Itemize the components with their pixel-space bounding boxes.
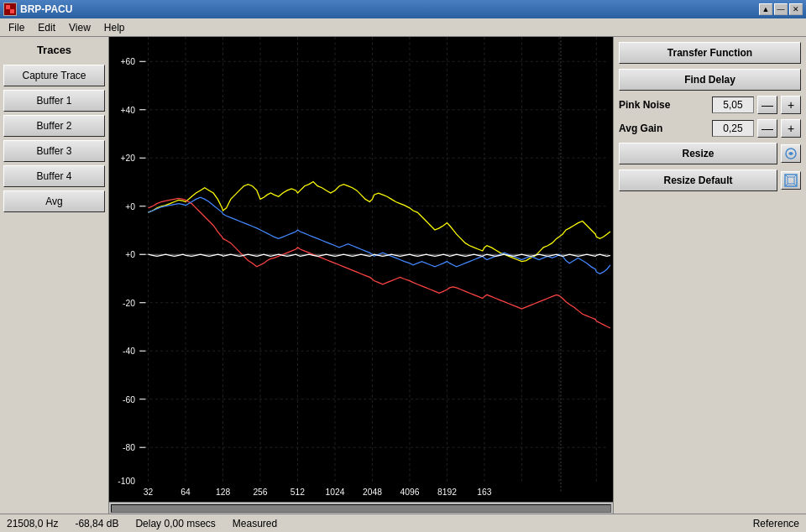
chart-canvas: +60 +40 +20 +0 +0 -20 -40 -60 -80 -100 3… — [109, 37, 613, 502]
resize-icon — [784, 147, 798, 160]
menu-item-file[interactable]: File — [2, 20, 31, 35]
title-text: BRP-PACU — [20, 3, 72, 15]
status-frequency: 21508,0 Hz — [7, 518, 58, 529]
svg-text:163: 163 — [477, 488, 491, 497]
svg-rect-3 — [109, 37, 613, 502]
avg-gain-label: Avg Gain — [619, 123, 709, 134]
buffer1-btn[interactable]: Buffer 1 — [3, 90, 105, 112]
avg-gain-row: Avg Gain 0,25 — + — [619, 119, 801, 138]
window-controls: ▲ — ✕ — [759, 3, 803, 15]
capture-trace-btn[interactable]: Capture Trace — [3, 65, 105, 86]
find-delay-button[interactable]: Find Delay — [619, 69, 801, 91]
close-button[interactable]: ✕ — [789, 3, 803, 15]
svg-rect-1 — [6, 5, 10, 9]
pink-noise-value: 5,05 — [712, 96, 754, 113]
menu-item-view[interactable]: View — [62, 20, 97, 35]
left-panel: Traces Capture TraceBuffer 1Buffer 2Buff… — [0, 37, 109, 514]
transfer-function-button[interactable]: Transfer Function — [619, 42, 801, 64]
svg-text:+0: +0 — [125, 202, 135, 211]
svg-text:+40: +40 — [121, 106, 136, 115]
title-bar: BRP-PACU ▲ — ✕ — [0, 0, 806, 18]
avg-gain-value: 0,25 — [712, 120, 754, 137]
resize-row: Resize — [619, 143, 801, 164]
status-delay: Delay 0,00 msecs — [135, 518, 215, 529]
pink-noise-row: Pink Noise 5,05 — + — [619, 96, 801, 114]
minimize-button[interactable]: ▲ — [759, 3, 772, 15]
avg-gain-minus-button[interactable]: — — [757, 119, 777, 138]
svg-text:4096: 4096 — [400, 488, 419, 497]
menu-bar: FileEditViewHelp — [0, 18, 806, 37]
svg-rect-59 — [788, 177, 794, 184]
resize-default-row: Resize Default — [619, 170, 801, 191]
svg-text:+60: +60 — [121, 57, 136, 66]
title-bar-left: BRP-PACU — [3, 3, 72, 16]
svg-text:+20: +20 — [121, 154, 136, 163]
pink-noise-label: Pink Noise — [619, 99, 709, 111]
svg-rect-2 — [10, 9, 14, 13]
resize-default-icon — [784, 174, 798, 187]
menu-item-help[interactable]: Help — [97, 20, 132, 35]
svg-text:-80: -80 — [123, 443, 135, 452]
svg-text:256: 256 — [253, 488, 267, 497]
resize-default-icon-button[interactable] — [781, 171, 801, 190]
svg-text:8192: 8192 — [437, 488, 457, 497]
right-panel: Transfer Function Find Delay Pink Noise … — [613, 37, 806, 514]
traces-header: Traces — [3, 40, 105, 61]
status-db: -68,84 dB — [75, 518, 118, 529]
chart-scrollbar[interactable] — [109, 502, 613, 514]
buffer4-btn[interactable]: Buffer 4 — [3, 165, 105, 187]
svg-text:128: 128 — [216, 488, 230, 497]
status-reference: Reference — [753, 518, 799, 529]
buffer3-btn[interactable]: Buffer 3 — [3, 140, 105, 162]
svg-text:32: 32 — [144, 488, 154, 497]
restore-button[interactable]: — — [774, 3, 788, 15]
chart-container: +60 +40 +20 +0 +0 -20 -40 -60 -80 -100 3… — [109, 37, 613, 514]
svg-text:-60: -60 — [123, 395, 135, 404]
svg-text:2048: 2048 — [363, 488, 382, 497]
svg-text:1024: 1024 — [325, 488, 344, 497]
svg-text:512: 512 — [290, 488, 305, 497]
status-bar: 21508,0 Hz -68,84 dB Delay 0,00 msecs Me… — [0, 514, 806, 532]
svg-text:-40: -40 — [123, 347, 135, 356]
menu-item-edit[interactable]: Edit — [31, 20, 62, 35]
scrollbar-track[interactable] — [111, 504, 611, 513]
pink-noise-minus-button[interactable]: — — [757, 96, 777, 114]
buffer2-btn[interactable]: Buffer 2 — [3, 115, 105, 137]
svg-text:-20: -20 — [123, 299, 135, 308]
chart-svg: +60 +40 +20 +0 +0 -20 -40 -60 -80 -100 3… — [109, 37, 613, 502]
status-measured: Measured — [233, 518, 277, 529]
app-icon — [3, 3, 17, 16]
avg-btn[interactable]: Avg — [3, 190, 105, 212]
resize-icon-button[interactable] — [781, 144, 801, 163]
resize-button[interactable]: Resize — [619, 143, 777, 164]
pink-noise-plus-button[interactable]: + — [781, 96, 801, 114]
svg-text:64: 64 — [181, 488, 191, 497]
resize-default-button[interactable]: Resize Default — [619, 170, 777, 191]
svg-text:-100: -100 — [118, 477, 135, 486]
main-layout: Traces Capture TraceBuffer 1Buffer 2Buff… — [0, 37, 806, 514]
avg-gain-plus-button[interactable]: + — [781, 119, 801, 138]
svg-text:+0: +0 — [125, 250, 135, 259]
